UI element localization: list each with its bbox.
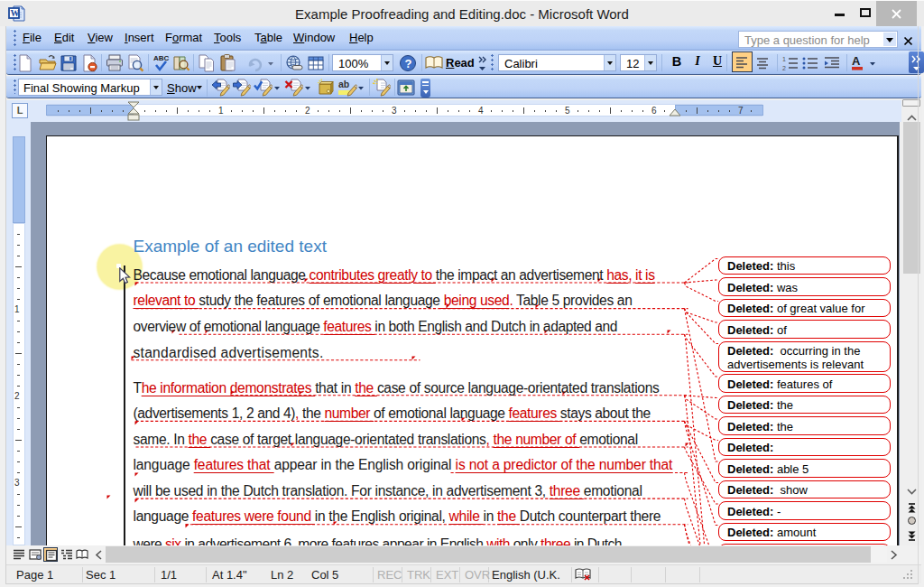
- svg-text:2: 2: [782, 65, 786, 71]
- svg-text:1: 1: [782, 56, 786, 62]
- svg-text:ABC: ABC: [153, 54, 170, 62]
- svg-text:?: ?: [405, 57, 412, 70]
- svg-text:A: A: [852, 54, 861, 68]
- svg-text:ab: ab: [338, 79, 349, 89]
